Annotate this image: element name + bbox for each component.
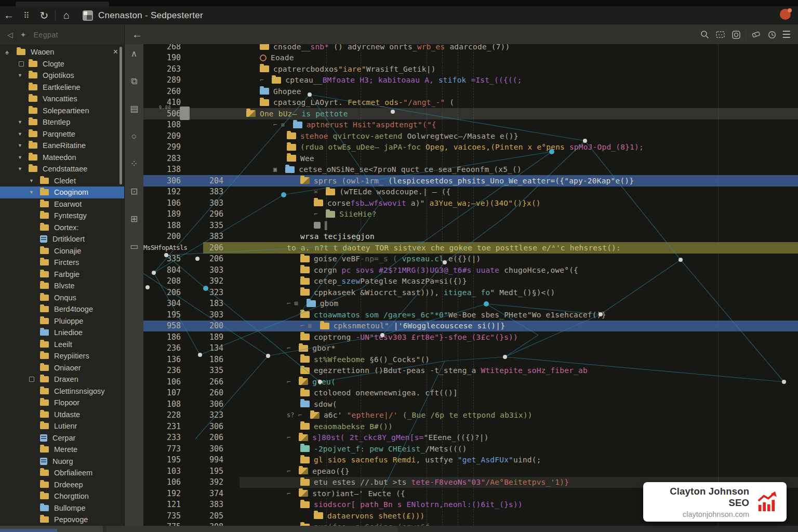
- code-line[interactable]: 106266⌐gteu(: [143, 376, 798, 388]
- rail-icon-4[interactable]: ⁘: [130, 159, 138, 168]
- tree-item-drtitkloert[interactable]: Drtitkloert: [0, 233, 124, 245]
- code-line[interactable]: 804303corgn pc sovs #2$?1MRG(3)UG3@_t6#s…: [143, 264, 798, 276]
- fold-icon[interactable]: ⌐: [260, 76, 263, 84]
- tree-item-drdeeep[interactable]: Drdeeep: [0, 479, 124, 491]
- chevron-down-icon[interactable]: ▼: [29, 190, 34, 195]
- checkbox-icon[interactable]: [19, 61, 24, 66]
- rail-icon-7[interactable]: ▭: [130, 242, 138, 251]
- code-line[interactable]: 195303ctoawmatos som /gare=s_6c"*0"We-Bo…: [143, 309, 798, 321]
- code-line[interactable]: 208392cetep_szewPateglse McaszPa=si({)}: [143, 276, 798, 287]
- rail-icon-2[interactable]: ▤: [130, 104, 138, 113]
- chevron-down-icon[interactable]: ▼: [18, 73, 22, 78]
- grid-icon[interactable]: ⠿: [18, 11, 35, 20]
- tag-icon[interactable]: [749, 28, 764, 42]
- code-line[interactable]: 195994gl sios sacnefus Remdi, ustfye "ge…: [143, 455, 798, 466]
- code-line[interactable]: MsSHfopAtsls206to a. n?t t daotey TOR si…: [143, 242, 798, 254]
- tree-item-vancatties[interactable]: Vancatties: [0, 93, 124, 105]
- checkbox-icon[interactable]: [29, 377, 34, 382]
- rail-icon-0[interactable]: ∧: [131, 49, 137, 58]
- code-line[interactable]: 773306-2pojvet_f: pew CHEeist_/Mets(((): [143, 443, 798, 455]
- boxed-letter-icon[interactable]: [728, 28, 744, 42]
- rail-icon-6[interactable]: ⊞: [130, 215, 138, 223]
- tree-item-farbgie[interactable]: Farbgie: [0, 269, 124, 281]
- tree-item-merete[interactable]: Merete: [0, 444, 124, 456]
- code-line[interactable]: 233206⌐s]80st( 2t_ckc8Y_gMen[s="EEene_((…: [143, 432, 798, 444]
- tree-item-eoarwot[interactable]: Eoarwot: [0, 198, 124, 210]
- tree-item-nuorg[interactable]: Nuorg: [0, 456, 124, 468]
- tree-item-chorgttion[interactable]: Chorgttion: [0, 490, 124, 502]
- chevron-down-icon[interactable]: ▼: [18, 166, 22, 171]
- code-line[interactable]: 108306sdow(: [143, 398, 798, 410]
- fold-icon[interactable]: ⌐ ≣: [300, 322, 312, 329]
- reload-icon[interactable]: ↻: [35, 9, 53, 22]
- menu-icon[interactable]: ☰: [782, 29, 791, 41]
- tree-item-reypiitiers[interactable]: Reypiitiers: [0, 350, 124, 362]
- fold-icon[interactable]: ⌐: [287, 378, 290, 385]
- code-line[interactable]: 304183⌐ ⊞gbom: [143, 298, 798, 310]
- code-line[interactable]: 209stehoe qvirtcov-aetend Oolwregtwec—/M…: [143, 130, 798, 142]
- tree-item-clogte[interactable]: Clogte: [0, 58, 124, 70]
- fold-icon[interactable]: ⌐: [287, 468, 290, 475]
- profile-avatar[interactable]: [780, 9, 791, 20]
- tree-item-eaneritatine[interactable]: ▼EaneRitatine: [0, 140, 124, 152]
- code-line[interactable]: 192383≍(wTELde wsodcoupe.| — ({: [143, 187, 798, 198]
- code-line[interactable]: 138▣cetse_oNSiNe_se<7proN quct ce sea_Fe…: [143, 164, 798, 176]
- tree-item-eartkeliene[interactable]: Eartkeliene: [0, 82, 124, 94]
- tree-item-ogiotikos[interactable]: ▼Ogiotikos: [0, 70, 124, 82]
- tree-item-blvste[interactable]: Blvste: [0, 280, 124, 292]
- tree-item-oortex:[interactable]: Oortex:: [0, 222, 124, 234]
- scrollbar-thumb[interactable]: [107, 526, 397, 532]
- code-line[interactable]: 775308sus(foe_ a Gedine (eqwo6f: [143, 522, 798, 526]
- crop-frame-icon[interactable]: [713, 28, 728, 42]
- code-line[interactable]: 108⌐ ≡aptnerust Hsit"aspdtengt"("{: [143, 119, 798, 131]
- code-line[interactable]: 136186st%Wfeebome §6()_Cocks"(): [143, 354, 798, 365]
- chevron-down-icon[interactable]: ▼: [18, 119, 22, 125]
- history-icon[interactable]: [764, 28, 780, 42]
- code-line[interactable]: 103195⌐epeao({}: [143, 466, 798, 477]
- tree-item-pluioppe[interactable]: Pluioppe: [0, 315, 124, 327]
- code-line[interactable]: 200383wrsa tecjisegjon: [143, 231, 798, 243]
- chevron-down-icon[interactable]: ▼: [18, 131, 22, 137]
- code-line[interactable]: 236335egezrettionn ()Bdut-peas -t_steng_…: [143, 365, 798, 377]
- tree-item-oniaoer[interactable]: Oniaoer: [0, 362, 124, 374]
- rail-icon-3[interactable]: ○: [131, 132, 137, 141]
- fold-icon[interactable]: ⌐ ≡: [273, 121, 285, 128]
- fold-icon[interactable]: ⌐ ⊞: [287, 300, 298, 307]
- chevron-down-icon[interactable]: ▼: [29, 178, 34, 183]
- tree-item-clettinsnsigosy[interactable]: Clettinsnsigosy: [0, 385, 124, 397]
- fold-icon[interactable]: s? ⌐: [287, 411, 302, 419]
- code-line[interactable]: 5069.00One bUz— is pettote: [143, 108, 798, 119]
- tree-item-utdaste[interactable]: Utdaste: [0, 409, 124, 421]
- code-line[interactable]: 236134⌐gbor*: [143, 343, 798, 354]
- tree-item-mateedon[interactable]: ▼Mateedon: [0, 152, 124, 164]
- code-line[interactable]: 106303corsefsb…wfswovit a)" a3Yue_wa;—ve…: [143, 197, 798, 209]
- tree-item-lutienr[interactable]: Lutienr: [0, 420, 124, 432]
- tree-item-solepeartieen[interactable]: Solepeartieen: [0, 105, 124, 117]
- code-line[interactable]: 231306eeaomabekse B#()): [143, 421, 798, 432]
- code-line[interactable]: 263cpatrercbodxos"iare"Wrasift_Getik|): [143, 63, 798, 75]
- code-line[interactable]: 410cpatsog_LAOyrt. Fetcmet_ods-"/angt_-"…: [143, 97, 798, 109]
- tree-item-flopoor[interactable]: Flopoor: [0, 397, 124, 409]
- search-icon[interactable]: [697, 28, 713, 42]
- tree-item-btentlep[interactable]: ▼Btentlep: [0, 116, 124, 128]
- fold-icon[interactable]: ⌐: [314, 210, 317, 218]
- code-line[interactable]: 228323s? ⌐a6c' "epthere|/' (_Bue /6p te …: [143, 410, 798, 421]
- tree-item-lniedioe[interactable]: Lniedioe: [0, 327, 124, 339]
- tree-item-cionajie[interactable]: Cionajie: [0, 245, 124, 257]
- fold-icon[interactable]: ⌐: [287, 490, 290, 497]
- tree-item-pepovoge[interactable]: Pepovoge: [0, 514, 124, 526]
- fold-icon[interactable]: ⌐: [287, 434, 290, 441]
- code-line[interactable]: 958200⌐ ≣cpksnmetoul" |'6Wogglecouscese …: [143, 321, 798, 332]
- code-line[interactable]: 188335▌: [143, 220, 798, 231]
- fold-icon[interactable]: ⌐: [287, 344, 290, 352]
- editor-back-icon[interactable]: ←: [132, 29, 142, 41]
- tree-item-waoen[interactable]: ♠Waoen×: [0, 46, 124, 58]
- fold-icon[interactable]: ▣: [273, 166, 277, 173]
- code-editor[interactable]: 268cnsode__snb* () adyrcnew onrts_wrb_es…: [143, 44, 798, 526]
- code-line[interactable]: 306204sprrs (owl-1rm_ (lespicesetdos_phs…: [143, 175, 798, 187]
- back-icon[interactable]: ←: [0, 9, 18, 21]
- tree-item-fyntestgy[interactable]: Fyntestgy: [0, 210, 124, 222]
- tree-item-obrfialieem[interactable]: Obrfialieem: [0, 467, 124, 479]
- panel-star-icon[interactable]: ✦: [20, 31, 26, 39]
- code-line[interactable]: 268cnsode__snb* () adyrcnew onrts_wrb_es…: [143, 44, 798, 52]
